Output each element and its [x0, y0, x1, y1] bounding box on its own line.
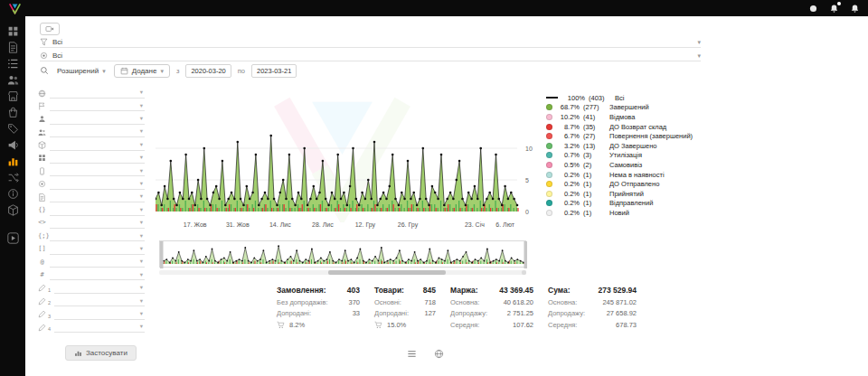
custom-field-dropdown-4[interactable]	[54, 322, 145, 333]
legend-label: ДО Возврат склад	[609, 123, 666, 131]
filter-dropdown-2[interactable]	[50, 100, 145, 111]
legend-swatch-icon	[546, 200, 552, 206]
filter-dropdown-11[interactable]	[50, 218, 145, 229]
source-filter-value: Всі	[52, 52, 62, 60]
globe-icon[interactable]	[434, 349, 444, 359]
legend-swatch-icon	[546, 152, 552, 158]
filter-row: @	[38, 257, 145, 268]
legend-item[interactable]: 0.2%(1)Новий	[546, 208, 693, 218]
stats-row: Середня:107.62	[450, 321, 533, 329]
custom-field-dropdown-3[interactable]	[54, 309, 145, 320]
topbar	[0, 0, 868, 16]
filter-row	[38, 153, 145, 164]
filter-row: 2	[38, 296, 145, 306]
main-chart[interactable]: 051017. Жов31. Жов14. Лис28. Лис12. Гру2…	[156, 89, 546, 233]
chevron-down-icon	[102, 68, 106, 74]
alerts-bell-icon[interactable]	[850, 4, 860, 14]
legend-label: Самовивіз	[609, 161, 642, 169]
legend-item[interactable]: 100%(403)Всі	[546, 93, 693, 103]
stats-row-value: 107.62	[513, 321, 533, 329]
filter-dropdown-3[interactable]	[50, 114, 145, 125]
legend-label: ДО Отправлено	[609, 180, 659, 188]
svg-text:17. Жов: 17. Жов	[184, 221, 207, 228]
scrollbar-handle[interactable]	[328, 270, 446, 275]
video-help-button[interactable]	[40, 23, 60, 35]
legend-item[interactable]: 0.2%(1)Прийнятий	[546, 189, 693, 199]
sidebar-item-pricing[interactable]	[7, 123, 19, 135]
sidebar-item-customers[interactable]	[7, 74, 19, 86]
custom-field-dropdown-2[interactable]	[54, 296, 145, 306]
filter-dropdown-13[interactable]	[50, 244, 145, 255]
legend-count: (1)	[583, 209, 606, 217]
legend-label: Утилізація	[609, 151, 642, 159]
filter-dropdown-5[interactable]	[50, 140, 145, 151]
sidebar-item-statistics[interactable]	[7, 155, 19, 167]
advanced-search-dropdown[interactable]: Розширений	[55, 65, 108, 77]
stats-row: Без допродажів:370	[277, 298, 360, 306]
svg-text:10: 10	[525, 146, 533, 152]
legend-count: (2)	[583, 161, 606, 169]
search-icon[interactable]	[40, 66, 49, 75]
filter-dropdown-9[interactable]	[50, 192, 145, 202]
stats-row-value: 370	[348, 298, 360, 306]
legend-item[interactable]: 0.2%(1)ДО Отправлено	[546, 179, 693, 189]
filter-dropdown-6[interactable]	[50, 153, 145, 164]
legend-count: (403)	[589, 94, 611, 102]
legend-item[interactable]: 6.7%(27)Повернення (завершений)	[546, 131, 693, 141]
topbar-actions	[808, 4, 860, 14]
overview-brush-chart[interactable]	[159, 240, 526, 268]
date-to-prefix: по	[238, 67, 245, 75]
filter-dropdown-15[interactable]	[50, 269, 145, 280]
legend-item[interactable]: 10.2%(41)Відмова	[546, 112, 693, 122]
sidebar-item-orders[interactable]	[7, 42, 19, 53]
sidebar-item-tasks-list[interactable]	[7, 58, 19, 70]
list-view-icon[interactable]	[407, 349, 417, 359]
legend-item[interactable]: 0.7%(3)Утилізація	[546, 151, 693, 161]
svg-text:6. Лют: 6. Лют	[495, 221, 514, 228]
sidebar-item-products[interactable]	[7, 107, 19, 118]
chevron-down-icon	[140, 285, 145, 291]
filter-dropdown-7[interactable]	[50, 165, 145, 176]
legend-item[interactable]: 0.2%(1)Нема в наявності	[546, 170, 693, 180]
filter-dropdown-12[interactable]	[50, 230, 145, 241]
sidebar-item-dashboard[interactable]	[7, 25, 19, 37]
custom-field-dropdown-1[interactable]	[54, 283, 145, 294]
status-filter-dropdown[interactable]: Всі	[40, 36, 701, 48]
legend-item[interactable]: 0.5%(2)Самовивіз	[546, 160, 693, 170]
filter-row: {;}	[38, 230, 145, 241]
sidebar-item-store[interactable]	[7, 90, 19, 102]
apply-button[interactable]: Застосувати	[65, 345, 137, 361]
stats-row-value: 40 618.20	[504, 298, 533, 306]
stats-title-row: Замовлення:403	[277, 286, 360, 295]
filter-dropdown-8[interactable]	[50, 179, 145, 190]
filter-dropdown-4[interactable]	[50, 127, 145, 137]
legend-label: Відправлений	[609, 199, 653, 207]
notifications-bell-icon[interactable]	[829, 4, 839, 14]
sidebar-item-inventory[interactable]	[7, 204, 19, 216]
legend-swatch-icon	[546, 162, 552, 168]
legend-item[interactable]: 68.7%(277)Завершений	[546, 103, 693, 113]
legend-item[interactable]: 3.2%(13)ДО Завершено	[546, 141, 693, 151]
legend-item[interactable]: 8.7%(35)ДО Возврат склад	[546, 122, 693, 132]
chart-scrollbar[interactable]	[159, 270, 526, 275]
legend-count: (35)	[583, 123, 606, 131]
sidebar-item-marketing[interactable]	[7, 139, 19, 151]
user-avatar-icon[interactable]	[808, 4, 818, 14]
filter-row	[38, 140, 145, 151]
source-filter-dropdown[interactable]: Всі	[40, 50, 701, 61]
filter-row	[38, 179, 145, 190]
legend-item[interactable]: 0.2%(1)Відправлений	[546, 199, 693, 209]
filter-dropdown-14[interactable]	[50, 257, 145, 268]
sidebar-item-integrations[interactable]	[7, 172, 19, 183]
sidebar-item-tutorials[interactable]	[7, 232, 19, 244]
app-logo-icon[interactable]	[8, 3, 22, 14]
legend-percent: 0.5%	[556, 161, 580, 169]
date-field-dropdown[interactable]: Додане	[114, 64, 170, 78]
stats-column: Сума:273 529.94Основна:245 871.02Допрода…	[548, 286, 637, 329]
filter-dropdown-1[interactable]	[50, 88, 145, 99]
chevron-down-icon	[140, 128, 145, 135]
sidebar-item-info[interactable]	[7, 188, 19, 200]
date-from-input[interactable]: 2020-03-20	[185, 64, 231, 78]
date-to-input[interactable]: 2023-03-21	[251, 64, 297, 78]
filter-dropdown-10[interactable]	[50, 205, 145, 216]
